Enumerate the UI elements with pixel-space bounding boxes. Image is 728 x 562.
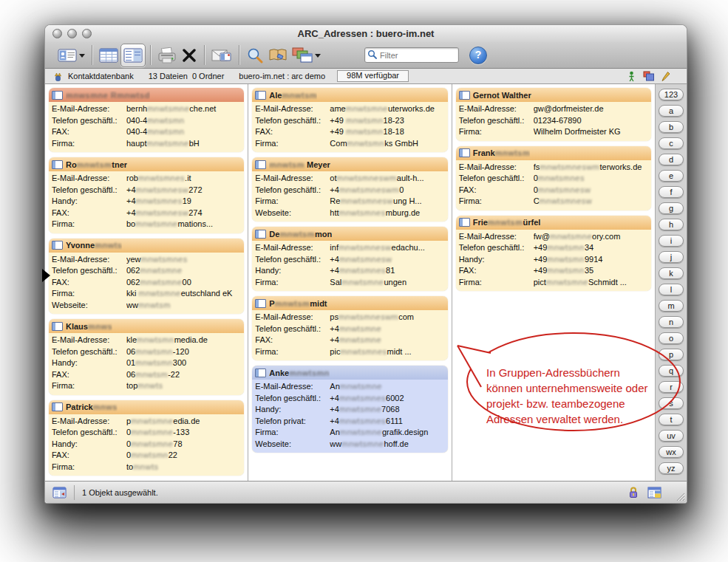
- contact-card[interactable]: mnwtsm MeyerE-Mail-Adresse:otmnwtsmneswm…: [252, 157, 447, 222]
- contact-card[interactable]: DemnwtsmmonE-Mail-Adresse:infmnwtsmneswe…: [252, 227, 447, 291]
- contact-card[interactable]: mnwsmne RmnwtsdE-Mail-Adresse:bernhmnwts…: [49, 88, 244, 152]
- index-button-a[interactable]: a: [659, 105, 684, 117]
- index-button-wx[interactable]: wx: [659, 446, 684, 458]
- edit-pencil-icon[interactable]: [661, 71, 670, 82]
- send-email-button[interactable]: [209, 44, 234, 66]
- redacted-text: mnwtsmneswm: [339, 185, 399, 194]
- index-button-c[interactable]: c: [659, 137, 684, 149]
- online-user-icon[interactable]: [627, 71, 636, 82]
- index-button-d[interactable]: d: [659, 154, 684, 165]
- help-button[interactable]: ?: [469, 47, 487, 64]
- contact-card[interactable]: AlemnwtsmE-Mail-Adresse:amemnwtsmneuterw…: [252, 88, 447, 152]
- toolbar-separator: [150, 45, 151, 65]
- index-button-g[interactable]: g: [659, 202, 684, 214]
- index-button-s[interactable]: s: [659, 397, 684, 409]
- contact-name: Demnwtsmmon: [269, 230, 332, 239]
- contact-card[interactable]: RomnwtsmtnerE-Mail-Adresse:robmnwtsmnes.…: [49, 157, 244, 233]
- field-value: gw@dorfmeister.de: [534, 103, 648, 115]
- contact-card-header[interactable]: mnwsmne Rmnwtsd: [49, 88, 244, 102]
- filter-input[interactable]: [364, 47, 459, 63]
- field-value: pmnwtsmneedia.de: [126, 416, 241, 428]
- redacted-text: mnwtsmne: [135, 219, 177, 228]
- index-button-p[interactable]: p: [659, 349, 684, 360]
- contact-card-header[interactable]: Patrickmnws: [49, 400, 244, 414]
- redacted-text: mnwtsmne: [346, 104, 388, 113]
- index-button-r[interactable]: r: [659, 381, 684, 393]
- index-button-l[interactable]: l: [659, 284, 684, 295]
- phonebook-button[interactable]: [266, 44, 290, 66]
- index-button-b[interactable]: b: [659, 121, 684, 133]
- field-value: +4mnwtsmne: [330, 323, 444, 335]
- field-value: +4mnwtsmnesw274: [126, 208, 241, 219]
- field-label: Telefon geschäftl.:: [52, 265, 126, 277]
- contact-card-header[interactable]: Ankemnwtsmn: [252, 366, 447, 380]
- contact-card[interactable]: YvonnemnwtsE-Mail-Adresse:yewmnwtsmnesTe…: [49, 239, 244, 315]
- index-button-o[interactable]: o: [659, 332, 684, 344]
- sidebar-toggle-button[interactable]: [52, 487, 67, 498]
- index-button-k[interactable]: k: [659, 267, 684, 279]
- contact-card[interactable]: Gernot WaltherE-Mail-Adresse:gw@dorfmeis…: [456, 88, 651, 141]
- print-button[interactable]: [155, 44, 179, 66]
- index-button-123[interactable]: 123: [659, 89, 684, 100]
- panel-view-button[interactable]: [647, 487, 661, 498]
- index-button-n[interactable]: n: [659, 316, 684, 328]
- contact-card-body: E-Mail-Adresse:amemnwtsmneuterworks.deTe…: [252, 102, 447, 152]
- layers-icon[interactable]: [642, 71, 655, 82]
- contact-card[interactable]: FrankmnwtsmE-Mail-Adresse:fsmnwtsmneswmt…: [456, 146, 651, 210]
- contact-field-row: Firma:Cmnwtsmnesw: [459, 196, 648, 208]
- index-button-f[interactable]: f: [659, 186, 684, 198]
- field-label: Firma:: [255, 346, 330, 358]
- contact-card-header[interactable]: Romnwtsmtner: [49, 157, 244, 171]
- contact-name: Yvonnemnwts: [66, 241, 122, 250]
- drawer-arrow[interactable]: [42, 269, 50, 282]
- contact-card-header[interactable]: Alemnwtsm: [252, 88, 447, 102]
- contact-card-header[interactable]: Demnwtsmmon: [252, 227, 447, 241]
- index-button-yz[interactable]: yz: [659, 462, 684, 474]
- field-value: picmnwtsmnesmidt ...: [330, 346, 444, 358]
- field-value: 0mnwtsmnes: [534, 173, 648, 185]
- contact-card-header[interactable]: Frankmnwtsm: [456, 146, 651, 160]
- contact-card-header[interactable]: Friemnwtsmürfel: [456, 216, 651, 230]
- contact-card[interactable]: KlausmnwsE-Mail-Adresse:klemnwtsmnmedia.…: [49, 319, 244, 395]
- contact-field-row: Firma:pictmnwtsmneSchmidt ...: [459, 277, 648, 289]
- split-view-button[interactable]: [120, 44, 146, 67]
- index-button-q[interactable]: q: [659, 365, 684, 377]
- contact-card-header[interactable]: Yvonnemnwts: [49, 239, 244, 253]
- contact-card-header[interactable]: Klausmnws: [49, 319, 244, 333]
- chevron-down-icon: [315, 54, 321, 61]
- redacted-text: mnwtsmne: [140, 266, 182, 275]
- delete-button[interactable]: [179, 44, 200, 66]
- index-button-i[interactable]: i: [659, 235, 684, 247]
- contact-card[interactable]: PmnwtsmmidtE-Mail-Adresse:psmnwtsmneswmc…: [252, 296, 447, 360]
- contact-name: Gernot Walther: [473, 91, 531, 100]
- contact-card[interactable]: FriemnwtsmürfelE-Mail-Adresse:fw@mnwtsmn…: [456, 216, 651, 292]
- contacts-area: mnwsmne RmnwtsdE-Mail-Adresse:bernhmnwts…: [45, 84, 687, 481]
- index-button-j[interactable]: j: [659, 251, 684, 263]
- table-view-button[interactable]: [97, 44, 120, 66]
- field-value: 062mnwtsmne00: [126, 277, 241, 289]
- field-label: E-Mail-Adresse:: [459, 103, 534, 115]
- index-button-e[interactable]: e: [659, 170, 684, 182]
- field-value: +49 mnwtsmn18-18: [330, 126, 444, 138]
- field-value: Anmnwtsmnegrafik.design: [330, 427, 444, 439]
- index-button-t[interactable]: t: [659, 414, 684, 425]
- contact-card-header[interactable]: Pmnwtsmmidt: [252, 296, 447, 310]
- contact-card[interactable]: AnkemnwtsmnE-Mail-Adresse:AnmnwtsmneTele…: [252, 366, 447, 453]
- contact-name: Friemnwtsmürfel: [473, 218, 541, 227]
- field-label: Telefon geschäftl.:: [459, 242, 534, 254]
- index-button-m[interactable]: m: [659, 300, 684, 312]
- contact-card-header[interactable]: Gernot Walther: [456, 88, 651, 102]
- contact-card[interactable]: PatrickmnwsE-Mail-Adresse:pmnwtsmneedia.…: [49, 400, 244, 476]
- contact-card-header[interactable]: mnwtsm Meyer: [252, 157, 447, 171]
- group-windows-button[interactable]: [290, 44, 323, 66]
- title-bar[interactable]: ARC_Adressen : buero-im.net: [45, 25, 687, 42]
- lock-icon[interactable]: [628, 486, 639, 498]
- field-value: klemnwtsmnmedia.de: [126, 335, 241, 346]
- resize-grip[interactable]: [675, 491, 685, 501]
- index-button-uv[interactable]: uv: [659, 430, 684, 442]
- redacted-text: mnwtsm: [275, 299, 310, 308]
- card-view-button[interactable]: [55, 44, 87, 66]
- search-button[interactable]: [244, 44, 266, 66]
- index-button-h[interactable]: h: [659, 219, 684, 230]
- folder-count: 0 Ordner: [192, 72, 224, 80]
